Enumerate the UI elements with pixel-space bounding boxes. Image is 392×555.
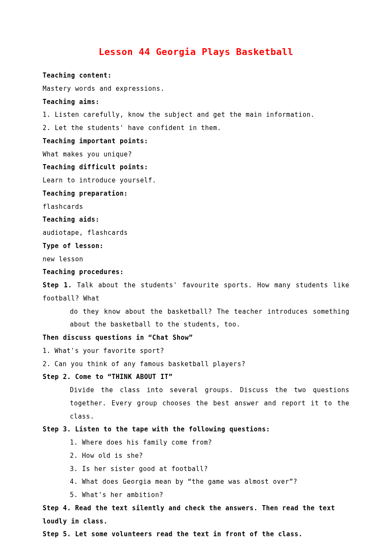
step1-line2: do they know about the basketball? The t…: [43, 305, 349, 332]
step1-label: Step 1.: [43, 281, 72, 289]
heading-teaching-content: Teaching content:: [43, 69, 349, 82]
heading-important-points: Teaching important points:: [43, 135, 349, 148]
step2-body: Divide the class into several groups. Di…: [43, 384, 349, 423]
step3-item-1: 1. Where does his family come from?: [43, 436, 349, 449]
heading-chat-show: Then discuss questions in “Chat Show”: [43, 331, 349, 344]
text-teaching-aims-1: 1. Listen carefully, know the subject an…: [43, 108, 349, 121]
chat-show-text-1: What's your favorite sport?: [55, 347, 164, 355]
text-important-points: What makes you unique?: [43, 148, 349, 161]
step3-item-2: 2. How old is she?: [43, 449, 349, 462]
heading-procedures: Teaching procedures:: [43, 266, 349, 279]
heading-preparation: Teaching preparation:: [43, 187, 349, 200]
chat-show-text-2: Can you think of any famous basketball p…: [55, 360, 245, 368]
heading-step4: Step 4. Read the text silently and check…: [43, 502, 349, 528]
text-teaching-aims-2: 2. Let the students' have confident in t…: [43, 121, 349, 135]
step3-item-3: 3. Is her sister good at football?: [43, 462, 349, 476]
text-aids: audiotape, flashcards: [43, 226, 349, 240]
heading-lesson-type: Type of lesson:: [43, 240, 349, 253]
heading-step5: Step 5. Let some volunteers read the tex…: [43, 528, 349, 541]
chat-show-num-1: 1.: [43, 344, 55, 358]
chat-show-num-2: 2.: [43, 358, 55, 371]
step1-line1: Step 1. Talk about the students' favouri…: [43, 279, 349, 305]
heading-aids: Teaching aids:: [43, 213, 349, 226]
step1-tail: Talk about the students' favourite sport…: [43, 281, 349, 302]
text-preparation: flashcards: [43, 200, 349, 214]
text-lesson-type: new lesson: [43, 253, 349, 266]
chat-show-item-1: 1.What's your favorite sport?: [43, 344, 349, 358]
heading-teaching-aims: Teaching aims:: [43, 95, 349, 109]
text-difficult-points: Learn to introduce yourself.: [43, 174, 349, 187]
heading-step2: Step 2. Come to “THINK ABOUT IT”: [43, 370, 349, 384]
step3-item-4: 4. What does Georgia mean by “the game w…: [43, 475, 349, 489]
step3-item-5: 5. What's her ambition?: [43, 489, 349, 502]
heading-difficult-points: Teaching difficult points:: [43, 161, 349, 174]
document-title: Lesson 44 Georgia Plays Basketball: [43, 43, 349, 61]
heading-step3: Step 3. Listen to the tape with the foll…: [43, 423, 349, 436]
text-teaching-content: Mastery words and expressions.: [43, 82, 349, 95]
chat-show-item-2: 2.Can you think of any famous basketball…: [43, 358, 349, 371]
